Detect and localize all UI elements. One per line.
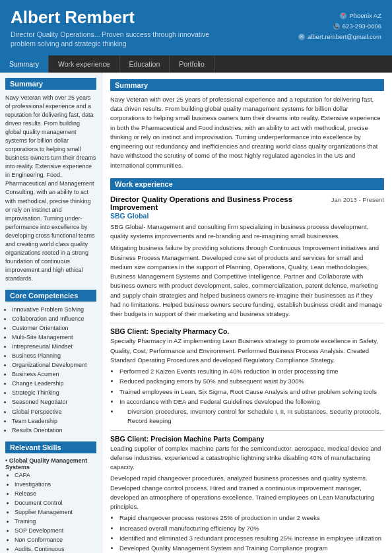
nav-summary[interactable]: Summary bbox=[0, 55, 49, 73]
competency-item: Seasoned Negotiator bbox=[12, 398, 96, 407]
bullet-item: Trained employees in Lean, Six Sigma, Ro… bbox=[119, 387, 384, 397]
location-item: 📍 Phoenix AZ bbox=[298, 11, 381, 21]
header-left: Albert Rembert Director Quality Operatio… bbox=[11, 8, 235, 49]
sidebar: Summary Navy Veteran with over 25 years … bbox=[0, 73, 102, 553]
competency-item: Strategic Thinking bbox=[12, 389, 96, 397]
sidebar-summary-header: Summary bbox=[5, 78, 96, 90]
bullet-item: Developed Quality Management System and … bbox=[119, 544, 384, 553]
skill-item: Document Control bbox=[15, 499, 96, 507]
competency-item: Team Leadership bbox=[12, 417, 96, 426]
skill-category: • Global Quality Management SystemsCAPAI… bbox=[5, 457, 96, 553]
skill-item: Non Conformance bbox=[15, 536, 96, 544]
competencies-list: Innovative Problem SolvingCollaboration … bbox=[5, 306, 96, 435]
nav-education[interactable]: Education bbox=[120, 55, 170, 73]
bullet-item: Reduced packaging errors by 50% and subs… bbox=[119, 377, 384, 386]
bullet-item: Rapid changeover process restores 25% of… bbox=[119, 513, 384, 523]
main-content: Summary Navy Veteran with over 25 years … bbox=[102, 73, 392, 553]
sidebar-summary-text: Navy Veteran with over 25 years of profe… bbox=[5, 94, 96, 283]
phone-text: 623-293-0006 bbox=[343, 21, 381, 32]
navigation: Summary Work experience Education Portfo… bbox=[0, 55, 392, 73]
location-text: Phoenix AZ bbox=[349, 11, 381, 21]
sidebar-summary-section: Summary Navy Veteran with over 25 years … bbox=[5, 78, 96, 283]
email-text: albert.rembert@gmail.com bbox=[308, 32, 381, 42]
location-icon: 📍 bbox=[340, 13, 346, 19]
nav-work-experience[interactable]: Work experience bbox=[49, 55, 120, 73]
bullet-item: Diversion procedures, Inventory control … bbox=[119, 407, 384, 426]
skill-item: CAPA bbox=[15, 471, 96, 480]
competency-item: Intrepreneurial Mindset bbox=[12, 342, 96, 351]
competency-item: Innovative Problem Solving bbox=[12, 306, 96, 314]
job-title-line: Director Quality Operations and Business… bbox=[110, 195, 384, 211]
competency-item: Business Planning bbox=[12, 352, 96, 360]
sidebar-skills-section: Relevant Skills • Global Quality Managem… bbox=[5, 441, 96, 553]
competency-item: Collaboration and Influence bbox=[12, 315, 96, 323]
job-entry: Director Quality Operations and Business… bbox=[110, 195, 384, 553]
competency-item: Organizational Development bbox=[12, 361, 96, 370]
competency-item: Business Acumen bbox=[12, 370, 96, 379]
client-bullets: Rapid changeover process restores 25% of… bbox=[110, 513, 384, 553]
job-description: SBG Global- Management and consulting fi… bbox=[110, 222, 384, 242]
sidebar-competencies-section: Core Competencies Innovative Problem Sol… bbox=[5, 290, 96, 435]
candidate-name: Albert Rembert bbox=[11, 8, 235, 27]
content-summary-text: Navy Veteran with over 25 years of profe… bbox=[110, 95, 384, 170]
content-summary-header: Summary bbox=[110, 79, 384, 91]
job-date: Jan 2013 - Present bbox=[331, 196, 384, 203]
bullet-item: Performed 2 Kaizen Events resulting in 4… bbox=[119, 367, 384, 376]
job-title: Director Quality Operations and Business… bbox=[110, 195, 326, 211]
sub-client-description-2: Developed rapid changeover procedures, a… bbox=[110, 474, 384, 511]
email-icon: ✉ bbox=[298, 34, 305, 40]
jobs-container: Director Quality Operations and Business… bbox=[110, 195, 384, 553]
competency-item: Global Perspective bbox=[12, 408, 96, 416]
phone-icon: 📞 bbox=[333, 23, 340, 30]
competency-item: Change Leadership bbox=[12, 379, 96, 388]
sidebar-skills-header: Relevant Skills bbox=[5, 441, 96, 453]
skill-item: SOP Development bbox=[15, 527, 96, 535]
skill-items: CAPAInvestigationsReleaseDocument Contro… bbox=[5, 471, 96, 553]
sub-client-description: Specialty Pharmacy in AZ implementing Le… bbox=[110, 337, 384, 365]
skill-category-label: • Global Quality Management Systems bbox=[5, 457, 96, 471]
company-name: SBG Global bbox=[110, 212, 384, 220]
sub-client-name: SBG Client: Precision Machine Parts Comp… bbox=[110, 435, 384, 443]
content-work-section: Work experience Director Quality Operati… bbox=[110, 178, 384, 553]
sub-client-name: SBG Client: Specialty Pharmacy Co. bbox=[110, 327, 384, 335]
sub-client-description: Leading supplier of complex machine part… bbox=[110, 444, 384, 472]
skill-item: Release bbox=[15, 490, 96, 498]
header: Albert Rembert Director Quality Operatio… bbox=[0, 0, 392, 55]
contact-info: 📍 Phoenix AZ 📞 623-293-0006 ✉ albert.rem… bbox=[298, 11, 381, 42]
nav-portfolio[interactable]: Portfolio bbox=[170, 55, 214, 73]
skill-item: Supplier Management bbox=[15, 508, 96, 517]
bullet-item: In accordance with DEA and Federal Guide… bbox=[119, 397, 384, 407]
sidebar-competencies-header: Core Competencies bbox=[5, 290, 96, 302]
bullet-item: Increased overall manufacturing efficien… bbox=[119, 524, 384, 533]
email-item: ✉ albert.rembert@gmail.com bbox=[298, 32, 381, 42]
candidate-title: Director Quality Operations... Proven su… bbox=[11, 30, 235, 49]
competency-item: Customer Orientation bbox=[12, 324, 96, 333]
bullet-item: Identified and eliminated 3 redundant pr… bbox=[119, 534, 384, 543]
main-layout: Summary Navy Veteran with over 25 years … bbox=[0, 73, 392, 553]
content-work-header: Work experience bbox=[110, 178, 384, 190]
skill-item: Investigations bbox=[15, 480, 96, 489]
skill-item: Audits, Continuous Improvement bbox=[15, 545, 96, 553]
skills-container: • Global Quality Management SystemsCAPAI… bbox=[5, 457, 96, 553]
client-bullets: Performed 2 Kaizen Events resulting in 4… bbox=[110, 367, 384, 426]
content-summary-section: Summary Navy Veteran with over 25 years … bbox=[110, 79, 384, 170]
competency-item: Results Orientation bbox=[12, 426, 96, 435]
skill-item: Training bbox=[15, 517, 96, 526]
job-description-2: Mitigating business failure by providing… bbox=[110, 244, 384, 319]
competency-item: Multi-Site Management bbox=[12, 333, 96, 342]
phone-item: 📞 623-293-0006 bbox=[298, 21, 381, 32]
